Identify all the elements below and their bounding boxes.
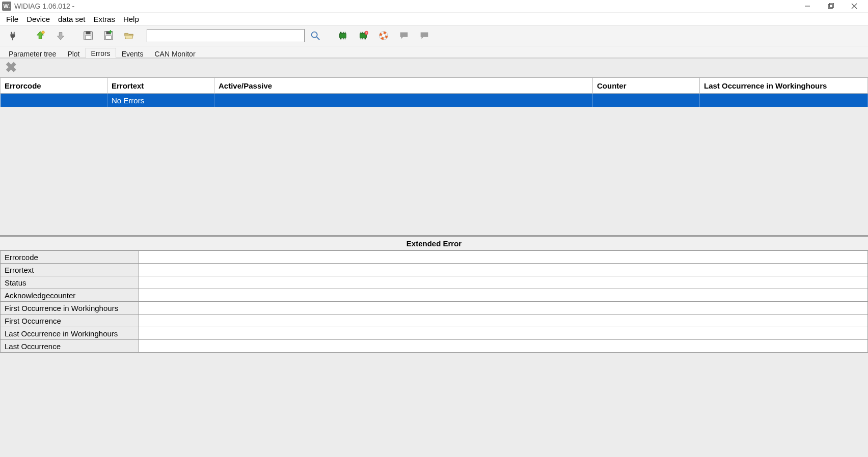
cell-lastocc xyxy=(700,94,868,107)
ext-value xyxy=(139,327,868,340)
search-icon xyxy=(310,30,321,41)
tab-parameter-tree[interactable]: Parameter tree xyxy=(3,48,62,58)
tb-save-button[interactable] xyxy=(78,27,98,44)
plug-icon xyxy=(7,30,18,41)
ext-label: First Occurrence xyxy=(1,315,139,327)
tb-chat2-button[interactable] xyxy=(415,27,434,44)
svg-rect-2 xyxy=(829,4,833,8)
window-titlebar: W. WIDIAG 1.06.012 - xyxy=(0,0,868,13)
menubar: File Device data set Extras Help xyxy=(0,13,868,25)
menu-device[interactable]: Device xyxy=(22,14,54,24)
col-errorcode[interactable]: Errorcode xyxy=(1,78,107,94)
extended-error-table: Errorcode Errortext Status Acknowledgeco… xyxy=(0,250,868,353)
cell-errorcode xyxy=(1,94,107,107)
folder-open-icon xyxy=(123,30,134,41)
close-icon xyxy=(851,3,857,9)
ext-value xyxy=(139,276,868,289)
x-icon: ✖ xyxy=(5,60,17,75)
menu-extras[interactable]: Extras xyxy=(89,14,119,24)
errors-sub-toolbar: ✖ xyxy=(0,58,868,77)
bottom-empty-area xyxy=(0,353,868,457)
ext-value xyxy=(139,315,868,327)
window-close-button[interactable] xyxy=(843,0,866,12)
menu-data-set[interactable]: data set xyxy=(54,14,89,24)
window-title: WIDIAG 1.06.012 - xyxy=(14,2,74,10)
window-minimize-button[interactable] xyxy=(796,0,819,12)
clear-errors-button[interactable]: ✖ xyxy=(3,61,19,75)
view-tab-strip: Parameter tree Plot Errors Events CAN Mo… xyxy=(0,46,868,58)
window-maximize-button[interactable] xyxy=(819,0,843,12)
tb-arrow-up-button[interactable] xyxy=(31,27,50,44)
col-lastocc[interactable]: Last Occurrence in Workinghours xyxy=(700,78,868,94)
ext-label: Errortext xyxy=(1,264,139,276)
svg-rect-12 xyxy=(106,36,112,39)
error-table[interactable]: Errorcode Errortext Active/Passive Count… xyxy=(0,77,868,107)
col-counter[interactable]: Counter xyxy=(593,78,700,94)
svg-point-15 xyxy=(312,32,317,38)
tab-can-monitor[interactable]: CAN Monitor xyxy=(149,48,201,58)
svg-rect-14 xyxy=(108,32,112,33)
ext-label: Status xyxy=(1,276,139,289)
maximize-icon xyxy=(828,3,834,9)
chat-bubble-icon xyxy=(398,30,410,41)
menu-help[interactable]: Help xyxy=(119,14,143,24)
tb-save-new-button[interactable] xyxy=(99,27,118,44)
ext-value xyxy=(139,340,868,353)
ext-label: Last Occurrence xyxy=(1,340,139,353)
tb-chat1-button[interactable] xyxy=(394,27,414,44)
ext-value xyxy=(139,289,868,302)
ext-label: Last Occurrence in Workinghours xyxy=(1,327,139,340)
minimize-icon xyxy=(804,3,810,9)
tb-lifebuoy-button[interactable] xyxy=(374,27,393,44)
cell-active xyxy=(214,94,593,107)
toolbar-search-input[interactable] xyxy=(147,29,305,42)
chip-green-plus-icon: + xyxy=(358,30,369,41)
cell-errortext: No Errors xyxy=(107,94,214,107)
svg-rect-1 xyxy=(828,5,832,9)
lifebuoy-icon xyxy=(378,30,389,41)
svg-line-16 xyxy=(317,37,320,40)
svg-point-6 xyxy=(42,31,45,34)
ext-value xyxy=(139,264,868,276)
tb-connect-button[interactable] xyxy=(3,27,22,44)
extended-error-header: Extended Error xyxy=(0,237,868,250)
tb-arrow-down-button[interactable] xyxy=(51,27,70,44)
chip-green-icon xyxy=(337,30,348,41)
arrow-up-green-icon xyxy=(35,30,46,41)
svg-rect-17 xyxy=(340,33,346,38)
tab-errors[interactable]: Errors xyxy=(86,48,116,58)
error-table-area[interactable]: Errorcode Errortext Active/Passive Count… xyxy=(0,77,868,237)
ext-label: Acknowledgecounter xyxy=(1,289,139,302)
svg-rect-5 xyxy=(12,38,13,41)
svg-rect-8 xyxy=(86,32,90,35)
cell-counter xyxy=(593,94,700,107)
tb-search-button[interactable] xyxy=(306,27,325,44)
chat-bubble-2-icon xyxy=(419,30,430,41)
tb-chip1-button[interactable] xyxy=(333,27,352,44)
svg-point-38 xyxy=(382,34,385,37)
tb-open-button[interactable] xyxy=(119,27,139,44)
tb-chip2-button[interactable]: + xyxy=(354,27,373,44)
floppy-icon xyxy=(83,30,94,41)
tab-plot[interactable]: Plot xyxy=(62,48,85,58)
floppy-plus-icon xyxy=(103,30,114,41)
svg-text:+: + xyxy=(366,31,367,34)
ext-value xyxy=(139,302,868,315)
menu-file[interactable]: File xyxy=(2,14,22,24)
ext-value xyxy=(139,251,868,264)
error-table-header-row[interactable]: Errorcode Errortext Active/Passive Count… xyxy=(1,78,868,94)
svg-rect-9 xyxy=(86,36,91,39)
col-errortext[interactable]: Errortext xyxy=(107,78,214,94)
arrow-down-grey-icon xyxy=(55,30,66,41)
table-row[interactable]: No Errors xyxy=(1,94,868,107)
tab-events[interactable]: Events xyxy=(116,48,149,58)
ext-label: Errorcode xyxy=(1,251,139,264)
app-icon: W. xyxy=(2,2,11,11)
ext-label: First Occurrence in Workinghours xyxy=(1,302,139,315)
col-active[interactable]: Active/Passive xyxy=(214,78,593,94)
main-toolbar: + xyxy=(0,25,868,46)
